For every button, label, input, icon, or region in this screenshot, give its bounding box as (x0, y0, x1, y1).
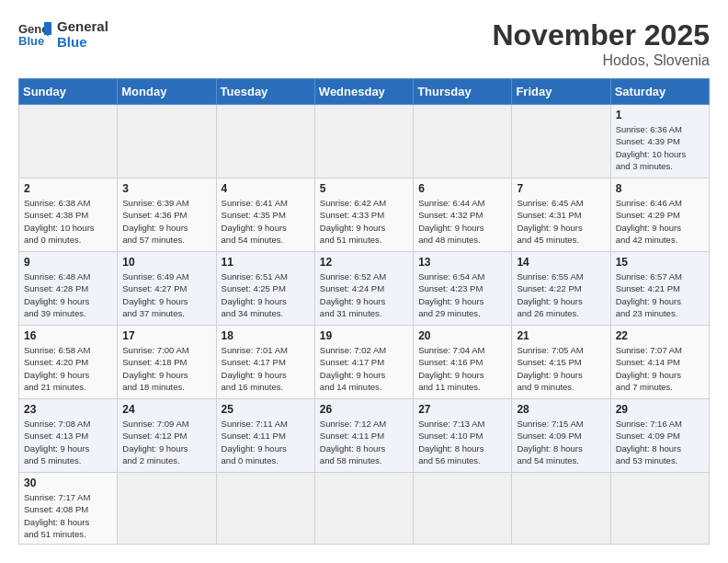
day-info: Sunrise: 6:49 AM Sunset: 4:27 PM Dayligh… (122, 270, 210, 319)
day-number: 5 (320, 182, 408, 195)
day-info: Sunrise: 7:05 AM Sunset: 4:15 PM Dayligh… (517, 344, 605, 393)
day-info: Sunrise: 7:12 AM Sunset: 4:11 PM Dayligh… (320, 418, 408, 466)
header-tuesday: Tuesday (216, 79, 314, 105)
calendar-cell: 28Sunrise: 7:15 AM Sunset: 4:09 PM Dayli… (512, 399, 610, 473)
day-number: 10 (122, 256, 210, 269)
calendar-cell: 14Sunrise: 6:55 AM Sunset: 4:22 PM Dayli… (512, 252, 610, 326)
logo-blue: Blue (57, 34, 108, 50)
day-number: 6 (418, 182, 506, 195)
calendar-cell: 3Sunrise: 6:39 AM Sunset: 4:36 PM Daylig… (118, 178, 216, 252)
calendar-week-1: 1Sunrise: 6:36 AM Sunset: 4:39 PM Daylig… (19, 105, 710, 178)
day-number: 24 (122, 403, 210, 416)
day-info: Sunrise: 6:55 AM Sunset: 4:22 PM Dayligh… (517, 270, 605, 319)
calendar-cell: 6Sunrise: 6:44 AM Sunset: 4:32 PM Daylig… (414, 178, 512, 252)
day-number: 8 (616, 182, 704, 195)
day-number: 17 (122, 329, 210, 342)
calendar-week-3: 9Sunrise: 6:48 AM Sunset: 4:28 PM Daylig… (19, 252, 710, 326)
header-thursday: Thursday (414, 79, 512, 105)
day-number: 22 (616, 329, 704, 342)
day-info: Sunrise: 6:54 AM Sunset: 4:23 PM Dayligh… (418, 270, 506, 319)
day-info: Sunrise: 6:48 AM Sunset: 4:28 PM Dayligh… (24, 270, 112, 319)
header-sunday: Sunday (19, 79, 118, 105)
calendar-week-2: 2Sunrise: 6:38 AM Sunset: 4:38 PM Daylig… (19, 178, 710, 252)
day-info: Sunrise: 6:42 AM Sunset: 4:33 PM Dayligh… (320, 197, 408, 246)
header-saturday: Saturday (610, 79, 709, 105)
day-number: 23 (24, 403, 112, 416)
calendar-cell: 18Sunrise: 7:01 AM Sunset: 4:17 PM Dayli… (216, 326, 314, 399)
calendar-week-4: 16Sunrise: 6:58 AM Sunset: 4:20 PM Dayli… (19, 326, 710, 399)
calendar-header-row: SundayMondayTuesdayWednesdayThursdayFrid… (19, 79, 710, 105)
header-monday: Monday (118, 79, 216, 105)
calendar-cell: 10Sunrise: 6:49 AM Sunset: 4:27 PM Dayli… (118, 252, 216, 326)
calendar-week-5: 23Sunrise: 7:08 AM Sunset: 4:13 PM Dayli… (19, 399, 710, 473)
day-info: Sunrise: 6:41 AM Sunset: 4:35 PM Dayligh… (222, 197, 310, 246)
calendar-cell: 7Sunrise: 6:45 AM Sunset: 4:31 PM Daylig… (512, 178, 610, 252)
calendar-cell: 12Sunrise: 6:52 AM Sunset: 4:24 PM Dayli… (314, 252, 413, 326)
logo-general: General (57, 18, 108, 34)
day-info: Sunrise: 7:07 AM Sunset: 4:14 PM Dayligh… (616, 344, 704, 393)
day-number: 14 (517, 256, 605, 269)
day-number: 9 (24, 256, 112, 269)
calendar-cell (314, 473, 413, 545)
day-info: Sunrise: 6:36 AM Sunset: 4:39 PM Dayligh… (616, 123, 704, 172)
calendar-cell (414, 473, 512, 545)
calendar-cell: 17Sunrise: 7:00 AM Sunset: 4:18 PM Dayli… (118, 326, 216, 399)
calendar-cell (216, 105, 314, 178)
calendar-cell (512, 473, 610, 545)
day-number: 12 (320, 256, 408, 269)
calendar-cell (118, 105, 216, 178)
calendar-cell: 26Sunrise: 7:12 AM Sunset: 4:11 PM Dayli… (314, 399, 413, 473)
day-number: 27 (418, 403, 506, 416)
svg-text:Blue: Blue (18, 34, 44, 48)
day-info: Sunrise: 6:39 AM Sunset: 4:36 PM Dayligh… (122, 197, 210, 246)
calendar-cell (19, 105, 118, 178)
calendar-cell: 11Sunrise: 6:51 AM Sunset: 4:25 PM Dayli… (216, 252, 314, 326)
calendar-cell: 27Sunrise: 7:13 AM Sunset: 4:10 PM Dayli… (414, 399, 512, 473)
calendar-cell: 29Sunrise: 7:16 AM Sunset: 4:09 PM Dayli… (610, 399, 709, 473)
calendar-cell (512, 105, 610, 178)
day-info: Sunrise: 6:51 AM Sunset: 4:25 PM Dayligh… (222, 270, 310, 319)
calendar-cell: 8Sunrise: 6:46 AM Sunset: 4:29 PM Daylig… (610, 178, 709, 252)
calendar-week-6: 30Sunrise: 7:17 AM Sunset: 4:08 PM Dayli… (19, 473, 710, 545)
day-number: 13 (418, 256, 506, 269)
day-number: 20 (418, 329, 506, 342)
day-number: 30 (24, 477, 112, 489)
day-info: Sunrise: 6:44 AM Sunset: 4:32 PM Dayligh… (418, 197, 506, 246)
calendar-cell (118, 473, 216, 545)
calendar-cell: 22Sunrise: 7:07 AM Sunset: 4:14 PM Dayli… (610, 326, 709, 399)
day-number: 18 (222, 329, 310, 342)
calendar-cell: 13Sunrise: 6:54 AM Sunset: 4:23 PM Dayli… (414, 252, 512, 326)
logo: General Blue General Blue (18, 18, 108, 50)
calendar-cell: 9Sunrise: 6:48 AM Sunset: 4:28 PM Daylig… (19, 252, 118, 326)
calendar-cell: 5Sunrise: 6:42 AM Sunset: 4:33 PM Daylig… (314, 178, 413, 252)
calendar-cell (216, 473, 314, 545)
day-number: 3 (122, 182, 210, 195)
calendar-cell: 15Sunrise: 6:57 AM Sunset: 4:21 PM Dayli… (610, 252, 709, 326)
calendar-cell (610, 473, 709, 545)
day-number: 28 (517, 403, 605, 416)
calendar-cell: 24Sunrise: 7:09 AM Sunset: 4:12 PM Dayli… (118, 399, 216, 473)
day-info: Sunrise: 7:13 AM Sunset: 4:10 PM Dayligh… (418, 418, 506, 466)
calendar-cell (314, 105, 413, 178)
calendar-cell: 30Sunrise: 7:17 AM Sunset: 4:08 PM Dayli… (19, 473, 118, 545)
day-info: Sunrise: 6:38 AM Sunset: 4:38 PM Dayligh… (24, 197, 112, 246)
day-info: Sunrise: 6:52 AM Sunset: 4:24 PM Dayligh… (320, 270, 408, 319)
calendar-cell: 20Sunrise: 7:04 AM Sunset: 4:16 PM Dayli… (414, 326, 512, 399)
day-info: Sunrise: 7:00 AM Sunset: 4:18 PM Dayligh… (122, 344, 210, 393)
day-number: 21 (517, 329, 605, 342)
day-number: 4 (222, 182, 310, 195)
calendar-cell: 23Sunrise: 7:08 AM Sunset: 4:13 PM Dayli… (19, 399, 118, 473)
day-info: Sunrise: 6:57 AM Sunset: 4:21 PM Dayligh… (616, 270, 704, 319)
logo-svg: General Blue (18, 20, 51, 48)
day-number: 26 (320, 403, 408, 416)
calendar-cell: 16Sunrise: 6:58 AM Sunset: 4:20 PM Dayli… (19, 326, 118, 399)
day-number: 25 (222, 403, 310, 416)
day-number: 2 (24, 182, 112, 195)
calendar-cell: 25Sunrise: 7:11 AM Sunset: 4:11 PM Dayli… (216, 399, 314, 473)
calendar-cell (414, 105, 512, 178)
title-area: November 2025 Hodos, Slovenia (492, 18, 710, 69)
day-number: 7 (517, 182, 605, 195)
day-info: Sunrise: 7:17 AM Sunset: 4:08 PM Dayligh… (24, 491, 112, 540)
day-info: Sunrise: 7:15 AM Sunset: 4:09 PM Dayligh… (517, 418, 605, 466)
calendar-cell: 19Sunrise: 7:02 AM Sunset: 4:17 PM Dayli… (314, 326, 413, 399)
